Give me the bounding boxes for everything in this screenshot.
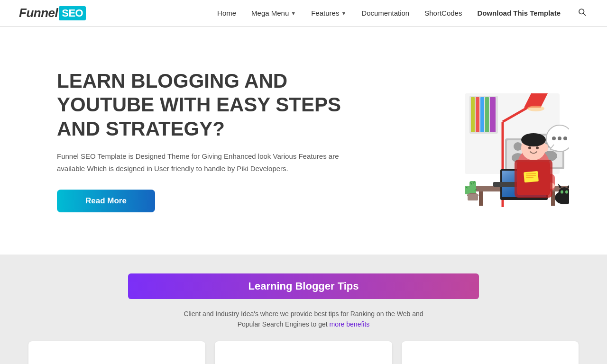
hero-section: LEARN BLOGGING AND YOUTUBE WITH EASY STE… xyxy=(0,27,607,255)
tips-section: Learning Blogger Tips Client and Industr… xyxy=(0,255,607,364)
svg-rect-50 xyxy=(465,186,469,194)
chevron-down-icon: ▼ xyxy=(341,10,346,16)
search-icon xyxy=(578,8,586,16)
svg-rect-9 xyxy=(490,97,496,132)
logo[interactable]: FunnelSEO xyxy=(19,6,86,20)
card-3 xyxy=(402,341,579,364)
svg-rect-53 xyxy=(468,194,478,200)
card-1 xyxy=(28,341,205,364)
logo-funnel-text: Funnel xyxy=(19,6,58,20)
chevron-down-icon: ▼ xyxy=(291,10,296,16)
hero-content: LEARN BLOGGING AND YOUTUBE WITH EASY STE… xyxy=(57,69,341,212)
svg-point-35 xyxy=(543,144,548,152)
logo-seo-badge: SEO xyxy=(59,6,86,20)
nav-features-label[interactable]: Features xyxy=(311,9,339,17)
nav-shortcodes[interactable]: ShortCodes xyxy=(424,9,462,17)
svg-point-34 xyxy=(536,146,539,149)
svg-line-67 xyxy=(526,177,533,178)
nav-documentation[interactable]: Documentation xyxy=(361,9,409,17)
read-more-button[interactable]: Read More xyxy=(57,190,155,212)
svg-point-44 xyxy=(558,136,561,140)
svg-point-45 xyxy=(563,136,567,140)
search-button[interactable] xyxy=(576,6,588,20)
svg-point-63 xyxy=(565,191,568,194)
hero-illustration-container xyxy=(360,65,569,217)
card-2 xyxy=(215,341,392,364)
svg-rect-5 xyxy=(471,97,475,132)
tips-subtitle: Client and Industry Idea's where we prov… xyxy=(28,309,579,330)
svg-point-62 xyxy=(561,191,563,194)
main-nav: Home Mega Menu ▼ Features ▼ Documentatio… xyxy=(217,6,588,20)
svg-line-65 xyxy=(526,173,536,174)
nav-home[interactable]: Home xyxy=(217,9,236,17)
hero-description: Funnel SEO Template is Designed Theme fo… xyxy=(57,150,341,174)
tips-highlight: more benefits xyxy=(329,320,369,328)
svg-point-32 xyxy=(521,133,546,146)
tips-subtitle-line1: Client and Industry Idea's where we prov… xyxy=(184,310,423,318)
nav-mega-menu-label[interactable]: Mega Menu xyxy=(251,9,289,17)
svg-rect-8 xyxy=(485,97,489,132)
svg-point-33 xyxy=(528,146,531,149)
nav-mega-menu[interactable]: Mega Menu ▼ xyxy=(251,9,296,17)
svg-line-1 xyxy=(583,13,585,15)
svg-line-66 xyxy=(526,175,536,176)
nav-download-template[interactable]: Download This Template xyxy=(477,9,561,17)
svg-rect-7 xyxy=(480,97,484,132)
svg-rect-24 xyxy=(479,191,483,206)
svg-point-43 xyxy=(552,136,556,140)
site-header: FunnelSEO Home Mega Menu ▼ Features ▼ Do… xyxy=(0,0,607,27)
tips-title: Learning Blogger Tips xyxy=(128,273,479,299)
svg-point-12 xyxy=(514,142,522,151)
svg-rect-64 xyxy=(524,171,539,183)
svg-point-22 xyxy=(527,106,544,111)
hero-illustration xyxy=(360,65,569,217)
tips-subtitle-line2: Popular Search Engines to get more benef… xyxy=(238,320,370,328)
tips-header: Learning Blogger Tips Client and Industr… xyxy=(28,273,579,330)
hero-title: LEARN BLOGGING AND YOUTUBE WITH EASY STE… xyxy=(57,69,341,141)
cards-row xyxy=(28,341,579,364)
svg-rect-6 xyxy=(476,97,479,132)
nav-features[interactable]: Features ▼ xyxy=(311,9,346,17)
